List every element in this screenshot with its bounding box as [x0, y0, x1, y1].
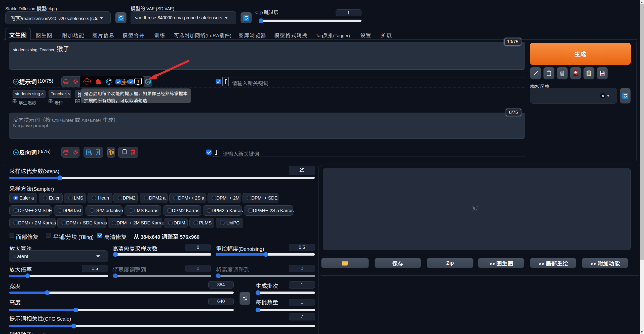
svg-text:T: T — [137, 79, 140, 84]
svg-text:A: A — [122, 80, 124, 84]
svg-text:B: B — [16, 100, 17, 103]
svg-text:A: A — [13, 100, 15, 103]
svg-text:B: B — [78, 100, 79, 103]
svg-text:A: A — [108, 151, 111, 154]
svg-text:B: B — [52, 100, 53, 103]
svg-text:API: API — [85, 80, 89, 83]
svg-text:A: A — [49, 100, 51, 103]
svg-text:A: A — [76, 100, 77, 103]
svg-text:B: B — [112, 151, 114, 154]
svg-text:B: B — [125, 80, 128, 84]
